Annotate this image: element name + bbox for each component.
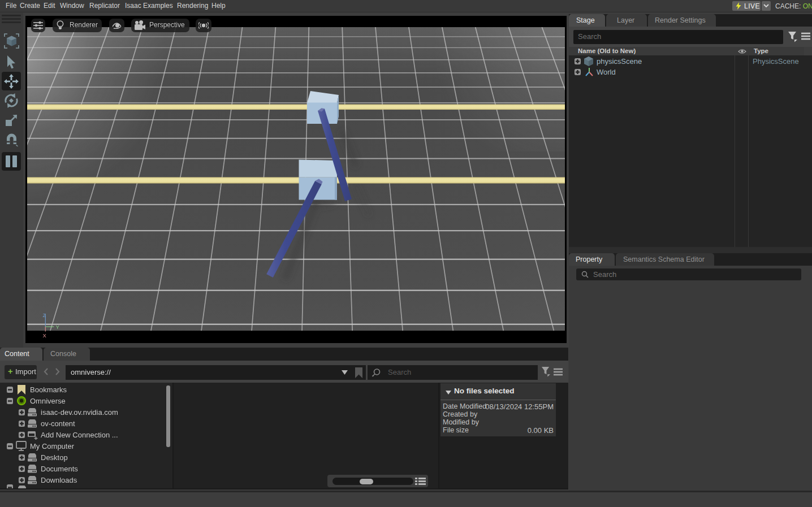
svg-text:X: X — [43, 332, 47, 339]
svg-text:Z: Z — [43, 312, 46, 318]
svg-text:Y: Y — [56, 324, 60, 330]
